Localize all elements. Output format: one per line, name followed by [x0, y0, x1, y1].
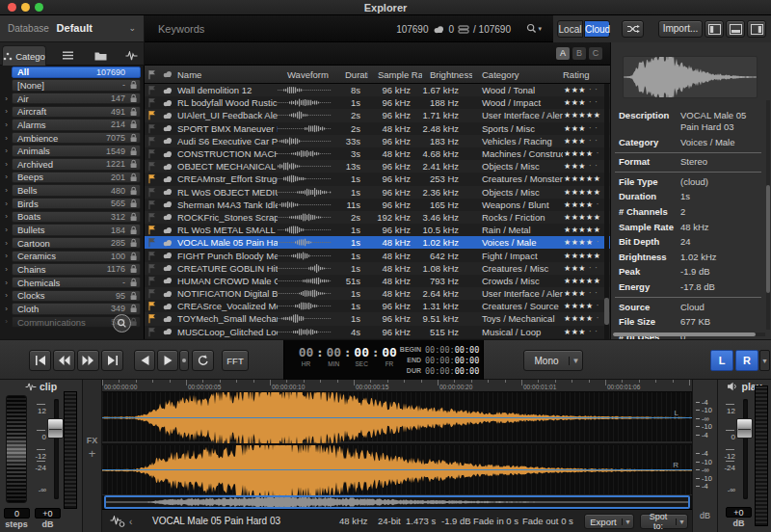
- loop-button[interactable]: [192, 350, 214, 371]
- table-row[interactable]: NOTIFICATION Digital Bleep Shr1s48 kHz2.…: [145, 287, 610, 300]
- chevron-right-icon[interactable]: ›: [1, 173, 12, 181]
- table-row[interactable]: OBJECT MECHANICAL Servo Bl13s96 kHz2.41 …: [145, 160, 610, 173]
- row-flag[interactable]: [145, 187, 158, 198]
- table-row[interactable]: MUSCLoop_Glitched Loop 1254s96 kHz515 Hz…: [145, 326, 610, 338]
- row-flag[interactable]: [145, 301, 158, 311]
- chevron-right-icon[interactable]: ›: [1, 291, 12, 300]
- steps-wheel[interactable]: [6, 395, 27, 503]
- table-row[interactable]: HUMAN CROWD Male Crowd H51s48 kHz793 HzC…: [145, 275, 610, 287]
- scrollbar-thumb[interactable]: [613, 332, 756, 336]
- row-rating[interactable]: ★★★ · ·: [563, 289, 604, 298]
- row-rating[interactable]: ★★★★★: [563, 213, 604, 222]
- status-fade-in[interactable]: Fade in 0 s: [473, 510, 518, 532]
- row-rating[interactable]: ★★★ · ·: [563, 328, 604, 336]
- table-row[interactable]: FIGHT Punch Bloody Medium L1s48 kHz642 H…: [145, 249, 610, 261]
- sidebar-item-bells[interactable]: ›Bells480: [0, 184, 144, 198]
- header-name[interactable]: Name: [177, 69, 278, 80]
- row-rating[interactable]: ★★★★ ·: [563, 238, 604, 247]
- clip-fader-handle[interactable]: [47, 418, 64, 439]
- add-fx-icon[interactable]: +: [83, 446, 101, 461]
- sidebar-search-button[interactable]: [113, 314, 131, 332]
- database-select[interactable]: Database Default ⌄: [0, 15, 145, 42]
- fft-button[interactable]: FFT: [222, 350, 249, 371]
- clip-fader-track[interactable]: [54, 399, 59, 499]
- search-options-button[interactable]: ▾: [526, 23, 542, 34]
- row-rating[interactable]: ★★★★★: [563, 226, 604, 234]
- tab-folders[interactable]: [87, 45, 114, 66]
- local-toggle-button[interactable]: Local: [557, 20, 583, 38]
- keywords-search-bar[interactable]: Keywords 107690 0 / 107690 ▾: [145, 15, 553, 42]
- sidebar-item-chemicals[interactable]: ›Chemicals-: [0, 276, 144, 289]
- right-channel-waveform[interactable]: R: [102, 445, 692, 495]
- chevron-right-icon[interactable]: ›: [1, 94, 12, 103]
- waveform-overview-scrollbar[interactable]: [104, 495, 690, 509]
- chevron-right-icon[interactable]: ›: [1, 134, 12, 143]
- row-flag[interactable]: [145, 173, 158, 184]
- play-db-value[interactable]: +0: [726, 507, 752, 518]
- row-flag[interactable]: [145, 327, 158, 337]
- play-fader-track[interactable]: [743, 399, 748, 499]
- fx-strip[interactable]: FX +: [83, 380, 102, 532]
- fast-forward-button[interactable]: [77, 350, 99, 371]
- row-rating[interactable]: ★★★ · ·: [563, 124, 604, 133]
- chevron-right-icon[interactable]: ›: [1, 120, 12, 129]
- row-rating[interactable]: ★★★★ ·: [563, 200, 604, 209]
- sidebar-item-alarms[interactable]: ›Alarms214: [0, 119, 144, 132]
- row-rating[interactable]: ★★★★★: [563, 277, 604, 285]
- close-window-button[interactable]: [8, 3, 16, 12]
- shuffle-button[interactable]: [622, 20, 644, 38]
- row-flag[interactable]: [145, 123, 158, 134]
- row-rating[interactable]: ★★★★ ·: [563, 302, 604, 310]
- row-rating[interactable]: ★★★ · ·: [563, 98, 604, 107]
- chevron-right-icon[interactable]: ›: [1, 186, 12, 195]
- row-rating[interactable]: ★★★ · ·: [563, 137, 604, 146]
- bottom-pane-toggle-button[interactable]: [726, 20, 745, 38]
- sidebar-item-birds[interactable]: ›Birds565: [0, 197, 144, 210]
- zoom-window-button[interactable]: [35, 3, 43, 12]
- row-flag[interactable]: [145, 148, 158, 159]
- row-flag[interactable]: [145, 136, 158, 146]
- chevron-right-icon[interactable]: ›: [1, 160, 12, 169]
- sidebar-item-bullets[interactable]: ›Bullets184: [0, 224, 144, 237]
- sidebar-item-cartoon[interactable]: ›Cartoon285: [0, 236, 144, 250]
- row-rating[interactable]: ★★★ · ·: [563, 264, 604, 273]
- table-row[interactable]: ROCKFric_Stones Scrape Jolt 02s192 kHz3.…: [145, 211, 610, 224]
- status-fade-out[interactable]: Fade out 0 s: [522, 510, 573, 532]
- table-row[interactable]: Audi S6 Executive Car Passing33s96 kHz18…: [145, 135, 610, 147]
- tab-list[interactable]: [54, 45, 81, 66]
- row-flag[interactable]: [145, 110, 158, 120]
- chevron-right-icon[interactable]: ›: [1, 252, 12, 260]
- table-row[interactable]: RL bodyfall Wood Rustic M3 Dis1s96 kHz18…: [145, 96, 610, 109]
- table-row[interactable]: Sherman M4A3 Tank Idle and R11s96 kHz165…: [145, 199, 610, 211]
- clip-db-value[interactable]: +0: [35, 508, 61, 519]
- row-flag[interactable]: [145, 225, 158, 235]
- layer-button-c[interactable]: C: [589, 47, 602, 60]
- table-row[interactable]: CREATURE GOBLIN Hit 03.wav1s48 kHz1.08 k…: [145, 262, 610, 275]
- row-flag[interactable]: [145, 237, 158, 248]
- chevron-right-icon[interactable]: ›: [1, 212, 12, 221]
- spot-to-button[interactable]: Spot to:▼: [640, 514, 688, 529]
- right-channel-button[interactable]: R: [735, 350, 758, 371]
- channel-options-button[interactable]: ▼: [759, 350, 770, 371]
- sidebar-item-air[interactable]: ›Air147: [0, 92, 144, 105]
- chevron-right-icon[interactable]: ›: [1, 107, 12, 116]
- play-backward-button[interactable]: [134, 350, 155, 371]
- import-button[interactable]: Import...: [658, 20, 703, 38]
- scrollbar-thumb[interactable]: [604, 298, 609, 325]
- chevron-right-icon[interactable]: ›: [1, 146, 12, 155]
- right-pane-toggle-button[interactable]: [747, 20, 766, 38]
- table-row[interactable]: CONSTRUCTION MACHINE Drill3s48 kHz4.68 k…: [145, 147, 610, 160]
- cloud-toggle-button[interactable]: Cloud: [584, 20, 610, 38]
- header-category[interactable]: Category: [472, 69, 563, 80]
- sidebar-item-beeps[interactable]: ›Beeps201: [0, 171, 144, 184]
- table-row[interactable]: RL WoS OBJECT MEDIUM STO1s96 kHz2.36 kHz…: [145, 186, 610, 199]
- go-to-start-button[interactable]: [29, 350, 51, 371]
- table-row[interactable]: Wall demolition 128s96 kHz1.67 kHzWood /…: [145, 84, 610, 96]
- tab-waveform[interactable]: [118, 45, 145, 66]
- chevron-right-icon[interactable]: ›: [1, 317, 12, 326]
- chevron-right-icon[interactable]: ›: [1, 279, 12, 287]
- chevron-right-icon[interactable]: ›: [1, 200, 12, 208]
- auto-play-indicator[interactable]: [179, 350, 189, 371]
- row-rating[interactable]: ★★★★★: [563, 252, 604, 260]
- left-pane-toggle-button[interactable]: [705, 20, 724, 38]
